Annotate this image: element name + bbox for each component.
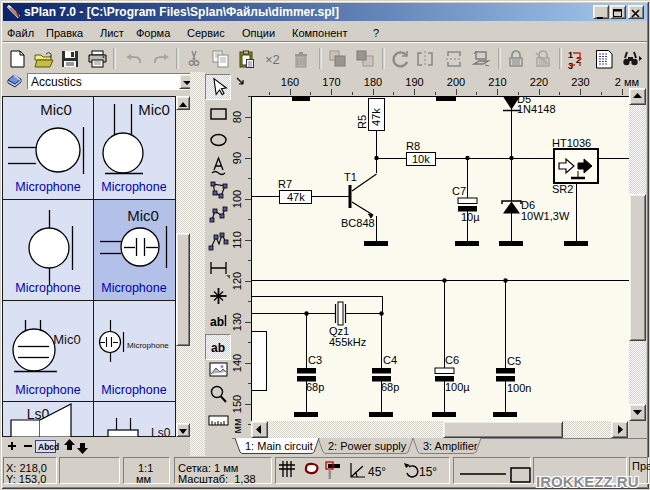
svg-text:R7: R7	[278, 178, 292, 190]
svg-text:80: 80	[232, 111, 243, 123]
svg-text:10k: 10k	[412, 153, 430, 165]
svg-text:160: 160	[281, 76, 299, 88]
svg-text:Microphone: Microphone	[15, 180, 80, 194]
svg-text:47k: 47k	[370, 108, 382, 126]
svg-text:200: 200	[447, 76, 465, 88]
svg-text:2 мм: 2 мм	[615, 76, 639, 88]
svg-text:C5: C5	[507, 355, 521, 367]
svg-text:1: 1	[568, 50, 573, 60]
svg-text:68p: 68p	[381, 381, 399, 393]
svg-text:1N4148: 1N4148	[517, 103, 556, 115]
svg-text:R8: R8	[406, 140, 420, 152]
svg-text:BC848: BC848	[341, 217, 375, 229]
svg-text:230: 230	[571, 76, 589, 88]
svg-text:Microphone: Microphone	[15, 383, 80, 397]
svg-text:SR2: SR2	[552, 183, 573, 195]
svg-text:Mic0: Mic0	[127, 207, 159, 224]
svg-text:C4: C4	[383, 354, 397, 366]
svg-text:100: 100	[232, 190, 243, 208]
svg-text:150: 150	[232, 395, 243, 413]
svg-text:100µ: 100µ	[445, 381, 470, 393]
svg-text:90: 90	[232, 152, 243, 164]
svg-text:68p: 68p	[306, 381, 324, 393]
svg-text:HT1036: HT1036	[552, 137, 591, 149]
svg-text:100n: 100n	[507, 382, 531, 394]
svg-text:Microphone: Microphone	[15, 281, 80, 295]
svg-text:Ls0: Ls0	[151, 426, 171, 437]
svg-text:3: Amplifier: 3: Amplifier	[423, 440, 478, 452]
svg-text:ab: ab	[211, 341, 225, 355]
svg-text:190: 190	[405, 76, 423, 88]
svg-text:мм: мм	[232, 418, 243, 433]
svg-text:210: 210	[488, 76, 506, 88]
svg-text:120: 120	[232, 272, 243, 290]
svg-text:170: 170	[322, 76, 340, 88]
svg-text:220: 220	[530, 76, 548, 88]
svg-text:15°: 15°	[419, 465, 437, 479]
svg-text:ab: ab	[210, 315, 224, 329]
svg-text:Abcd: Abcd	[38, 442, 59, 452]
svg-text:45°: 45°	[368, 465, 386, 479]
svg-text:130: 130	[232, 313, 243, 331]
svg-text:180: 180	[364, 76, 382, 88]
svg-text:Mic0: Mic0	[53, 332, 80, 347]
svg-text:Microphone: Microphone	[101, 180, 166, 194]
svg-text:C3: C3	[308, 354, 322, 366]
svg-text:10W1,3W: 10W1,3W	[521, 210, 570, 222]
svg-text:455kHz: 455kHz	[329, 336, 366, 348]
svg-text:Microphone: Microphone	[101, 383, 166, 397]
svg-text:Mic0: Mic0	[138, 101, 170, 118]
svg-text:Microphone: Microphone	[127, 341, 169, 350]
svg-text:2: Power supply: 2: Power supply	[328, 440, 407, 452]
svg-text:Mic0: Mic0	[40, 101, 72, 118]
svg-text:47k: 47k	[287, 191, 305, 203]
svg-text:1: Main circuit: 1: Main circuit	[245, 440, 313, 452]
svg-text:Microphone: Microphone	[101, 281, 166, 295]
svg-text:140: 140	[232, 354, 243, 372]
svg-text:C6: C6	[445, 354, 459, 366]
svg-text:110: 110	[232, 231, 243, 249]
svg-text:R5: R5	[356, 115, 368, 129]
svg-text:C7: C7	[452, 185, 466, 197]
svg-text:×2: ×2	[265, 52, 280, 67]
svg-text:10µ: 10µ	[461, 211, 480, 223]
svg-text:T1: T1	[344, 171, 357, 183]
